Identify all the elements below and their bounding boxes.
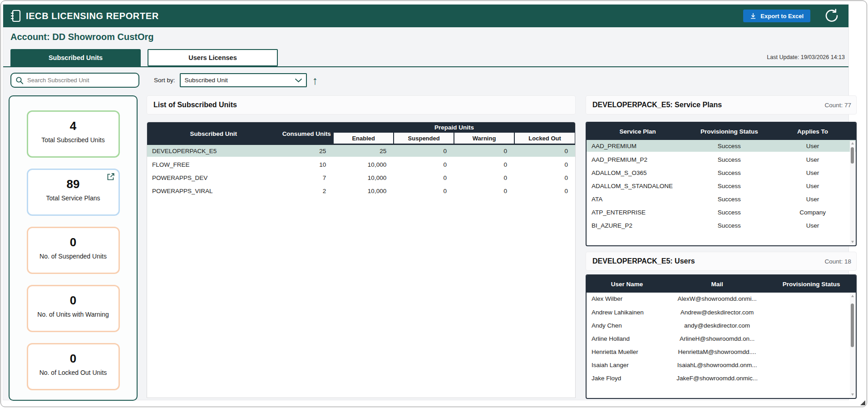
report-canvas: IECB LICENSING REPORTER Export to Excel bbox=[3, 4, 849, 400]
units-list-title-card: List of Subscribed Units bbox=[147, 95, 576, 114]
col-group-prepaid-units: Prepaid Units bbox=[333, 122, 575, 133]
app-title: IECB LICENSING REPORTER bbox=[26, 11, 159, 21]
users-table: User Name Mail Provisioning Status Alex … bbox=[586, 274, 857, 399]
table-row[interactable]: POWERAPPS_VIRAL 2 10,000 0 0 0 bbox=[147, 184, 575, 198]
scroll-down-arrow-icon[interactable] bbox=[851, 393, 854, 396]
stat-card-units-with-warning[interactable]: 0 No. of Units with Warning bbox=[27, 285, 120, 332]
app-window: IECB LICENSING REPORTER Export to Excel bbox=[0, 0, 867, 407]
table-row[interactable]: POWERAPPS_DEV 7 10,000 0 0 0 bbox=[147, 171, 575, 184]
stat-value: 0 bbox=[28, 235, 118, 249]
table-row[interactable]: ATP_ENTERPRISE Success Company bbox=[587, 206, 856, 219]
users-count: Count: 18 bbox=[824, 258, 851, 265]
units-list-title: List of Subscribed Units bbox=[153, 101, 237, 109]
table-row[interactable]: Andrew Lahikainen Andrew@deskdirector.co… bbox=[587, 306, 856, 319]
stat-value: 4 bbox=[28, 119, 118, 133]
table-row[interactable]: DEVELOPERPACK_E5 25 25 0 0 0 bbox=[147, 145, 575, 158]
table-row[interactable]: FLOW_FREE 10 10,000 0 0 0 bbox=[147, 158, 575, 171]
col-subscribed-unit[interactable]: Subscribed Unit bbox=[147, 122, 280, 145]
scroll-up-arrow-icon[interactable] bbox=[851, 295, 854, 297]
account-label: Account: DD Showroom CustOrg bbox=[10, 32, 154, 42]
col-mail[interactable]: Mail bbox=[667, 275, 767, 293]
stat-label: Total Subscribed Units bbox=[28, 136, 118, 144]
subscribed-units-table: Subscribed Unit Consumed Units Prepaid U… bbox=[147, 122, 576, 398]
table-row[interactable]: BI_AZURE_P2 Success User bbox=[587, 219, 856, 232]
toolbar: Sort by: Subscribed Unit ↑ bbox=[10, 73, 318, 88]
scroll-up-arrow-icon[interactable] bbox=[851, 142, 854, 144]
col-applies-to[interactable]: Applies To bbox=[769, 123, 856, 140]
stat-card-suspended-units[interactable]: 0 No. of Suspended Units bbox=[27, 227, 120, 274]
download-icon bbox=[750, 13, 756, 19]
scroll-down-arrow-icon[interactable] bbox=[851, 241, 854, 243]
refresh-icon[interactable] bbox=[824, 8, 839, 24]
table-row[interactable]: ADALLOM_S_STANDALONE Success User bbox=[587, 179, 856, 193]
table-row[interactable]: ADALLOM_S_O365 Success User bbox=[587, 166, 856, 179]
last-update-text: Last Update: 19/03/2026 14:13 bbox=[767, 54, 845, 60]
table-row[interactable]: Arline Holland ArlineH@showroomdd.on... bbox=[587, 332, 856, 345]
sort-by-label: Sort by: bbox=[154, 77, 175, 84]
col-service-plan[interactable]: Service Plan bbox=[587, 123, 689, 140]
col-locked-out[interactable]: Locked Out bbox=[514, 133, 575, 145]
col-user-name[interactable]: User Name bbox=[587, 275, 667, 293]
col-warning[interactable]: Warning bbox=[454, 133, 514, 145]
table-row[interactable]: Alex Wilber AlexW@showroomdd.onmi... bbox=[587, 293, 856, 306]
col-enabled[interactable]: Enabled bbox=[333, 133, 394, 145]
popout-icon[interactable] bbox=[106, 172, 115, 181]
scrollbar-thumb[interactable] bbox=[851, 304, 854, 347]
table-row[interactable]: ATA Success User bbox=[587, 193, 856, 206]
search-icon bbox=[15, 76, 24, 85]
resize-handle[interactable] bbox=[860, 400, 865, 405]
sort-dropdown-value: Subscribed Unit bbox=[185, 77, 228, 84]
search-box bbox=[10, 73, 139, 88]
table-row[interactable]: Andy Chen andy@deskdirector.com bbox=[587, 319, 856, 332]
col-suspended[interactable]: Suspended bbox=[394, 133, 454, 145]
table-row[interactable]: Isaiah Langer IsaiahL@showroomdd.onm... bbox=[587, 358, 856, 372]
table-row[interactable]: AAD_PREMIUM_P2 Success User bbox=[587, 153, 856, 166]
table-row[interactable]: AAD_PREMIUM Success User bbox=[587, 140, 856, 153]
service-plans-title: DEVELOPERPACK_E5: Service Plans bbox=[592, 101, 722, 109]
col-user-provisioning-status[interactable]: Provisioning Status bbox=[767, 275, 856, 293]
app-header: IECB LICENSING REPORTER Export to Excel bbox=[3, 5, 848, 27]
chevron-down-icon bbox=[295, 78, 302, 83]
subscribed-units-section: List of Subscribed Units Subscribed Unit… bbox=[147, 95, 576, 114]
scrollbar-thumb[interactable] bbox=[851, 147, 854, 164]
service-plans-count: Count: 77 bbox=[824, 102, 851, 109]
tab-subscribed-units[interactable]: Subscribed Units bbox=[10, 49, 141, 66]
stat-label: No. of Suspended Units bbox=[28, 253, 118, 260]
stat-label: No. of Units with Warning bbox=[28, 311, 118, 318]
service-plans-table: Service Plan Provisioning Status Applies… bbox=[586, 122, 857, 246]
service-plans-title-card: DEVELOPERPACK_E5: Service Plans Count: 7… bbox=[586, 95, 857, 114]
stat-label: No. of Locked Out Units bbox=[28, 369, 118, 376]
sort-dropdown[interactable]: Subscribed Unit bbox=[180, 73, 307, 87]
users-title-card: DEVELOPERPACK_E5: Users Count: 18 bbox=[586, 252, 857, 271]
tabs-row: Subscribed Units Users Licenses Last Upd… bbox=[3, 48, 848, 67]
col-provisioning-status[interactable]: Provisioning Status bbox=[689, 123, 769, 140]
report-notebook-icon bbox=[10, 9, 21, 23]
stat-value: 0 bbox=[28, 352, 118, 366]
stat-card-locked-out-units[interactable]: 0 No. of Locked Out Units bbox=[27, 343, 120, 390]
detail-section: DEVELOPERPACK_E5: Service Plans Count: 7… bbox=[586, 95, 857, 398]
export-button-label: Export to Excel bbox=[760, 13, 804, 20]
stat-value: 89 bbox=[28, 177, 118, 191]
col-consumed-units[interactable]: Consumed Units bbox=[280, 122, 333, 145]
search-input[interactable] bbox=[27, 77, 132, 84]
table-row[interactable]: Henrietta Mueller HenriettaM@showroomdd.… bbox=[587, 345, 856, 358]
users-scrollbar[interactable] bbox=[850, 294, 855, 397]
stat-card-total-service-plans[interactable]: 89 Total Service Plans bbox=[27, 169, 120, 216]
table-row[interactable]: Jake Floyd JakeF@showroomdd.onmic... bbox=[587, 372, 856, 385]
stat-label: Total Service Plans bbox=[28, 194, 118, 202]
stat-card-total-subscribed-units[interactable]: 4 Total Subscribed Units bbox=[27, 110, 120, 158]
users-title: DEVELOPERPACK_E5: Users bbox=[592, 257, 695, 265]
stat-value: 0 bbox=[28, 294, 118, 308]
sort-direction-up-icon[interactable]: ↑ bbox=[312, 76, 318, 85]
service-plans-scrollbar[interactable] bbox=[850, 141, 855, 244]
stats-panel: 4 Total Subscribed Units 89 Total Servic… bbox=[9, 95, 138, 401]
export-to-excel-button[interactable]: Export to Excel bbox=[743, 10, 810, 22]
tab-users-licenses[interactable]: Users Licenses bbox=[148, 49, 278, 66]
